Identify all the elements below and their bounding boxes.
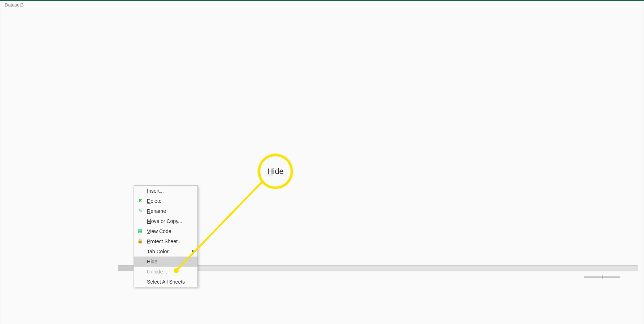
comma-icon[interactable]: , <box>288 43 296 51</box>
cell[interactable]: 311 <box>192 231 237 239</box>
cell[interactable]: 2013 <box>56 215 101 223</box>
cell-styles-button[interactable]: ▧Cell Styles <box>386 29 401 53</box>
cell[interactable]: 87.52% <box>372 123 417 131</box>
align-top-icon[interactable]: ⬒ <box>160 32 168 40</box>
sheet-nav-next-icon[interactable]: ▶ <box>6 265 10 271</box>
cell[interactable] <box>553 115 600 123</box>
close-icon[interactable]: ✕ <box>625 4 641 9</box>
cell[interactable]: 311 <box>282 231 327 239</box>
cell[interactable] <box>462 181 508 189</box>
cell[interactable]: 483 <box>192 206 237 214</box>
cell[interactable]: /2017/12/top-1 <box>11 173 56 181</box>
tab-pdfelement[interactable]: PDFelement <box>291 14 331 25</box>
row-header[interactable]: 22 <box>0 256 11 264</box>
cell[interactable]: 2838 <box>147 115 192 123</box>
cell[interactable]: 544 <box>192 190 237 198</box>
cell[interactable]: 419.10 <box>237 115 282 123</box>
cell[interactable]: 2011 <box>56 132 101 140</box>
row-header[interactable]: 12 <box>0 173 11 181</box>
row-header[interactable]: 18 <box>0 223 11 231</box>
border-button[interactable]: ▦▾ <box>100 43 108 51</box>
context-menu-item[interactable]: 🔒Protect Sheet... <box>134 236 197 246</box>
cell[interactable]: 89.91% <box>327 148 372 156</box>
cell[interactable]: 2018 <box>56 181 101 189</box>
cell[interactable] <box>553 198 600 206</box>
cell[interactable]: 2016 <box>56 240 101 248</box>
decrease-decimal-icon[interactable]: ←.0 <box>309 43 317 51</box>
qat-icon[interactable]: ▥ <box>93 3 100 10</box>
cell[interactable] <box>462 98 508 106</box>
currency-icon[interactable]: $▾ <box>268 43 276 51</box>
cell[interactable]: /2017/11/cia-co <box>11 198 56 206</box>
fill-button[interactable]: ▾Fill <box>465 38 497 44</box>
column-header[interactable]: B <box>56 74 101 82</box>
cell[interactable] <box>147 157 192 165</box>
cell[interactable]: 87.50% <box>372 215 417 223</box>
cell[interactable]: 1539 <box>147 132 192 140</box>
cell[interactable]: 310.60 <box>237 248 282 256</box>
cell[interactable] <box>101 107 147 115</box>
cell[interactable] <box>462 123 508 131</box>
save-icon[interactable]: 💾 <box>39 3 46 10</box>
cell[interactable]: 172.20 <box>237 256 282 264</box>
cell[interactable]: / <box>11 107 56 115</box>
cell[interactable] <box>462 148 508 156</box>
cell[interactable]: /2010/10/doub <box>11 123 56 131</box>
row-header[interactable]: 3 <box>0 98 11 106</box>
cell[interactable] <box>462 165 508 173</box>
cell[interactable]: 86.62% <box>327 98 372 106</box>
copy-button[interactable]: 🗐Copy ▾ <box>20 38 61 44</box>
sheet-tab[interactable]: Report <box>12 264 36 272</box>
align-center-icon[interactable]: ≣ <box>169 42 177 50</box>
cell[interactable]: /2012/10/food <box>11 256 56 264</box>
tab-insert[interactable]: Insert <box>44 14 68 25</box>
tab-home[interactable]: Home <box>19 14 44 25</box>
cell[interactable]: 0.00 <box>417 115 462 123</box>
cell[interactable]: Avg. Time on Page <box>237 82 282 90</box>
maximize-icon[interactable]: ◻ <box>604 4 620 9</box>
align-left-icon[interactable]: ≡ <box>160 42 168 50</box>
context-menu-item[interactable]: ✎Rename <box>134 206 197 216</box>
cell[interactable]: 90.33% <box>327 198 372 206</box>
cell[interactable]: 0.00 <box>417 248 462 256</box>
cell[interactable] <box>553 148 600 156</box>
comments-button[interactable]: 💬 Comments <box>605 15 644 25</box>
tab-formulas[interactable]: Formulas <box>131 14 164 25</box>
cell[interactable]: 2018 <box>56 223 101 231</box>
bold-button[interactable]: B <box>71 43 79 51</box>
cell[interactable]: 295 <box>282 256 327 264</box>
indent-increase-icon[interactable]: ⇥ <box>197 42 205 50</box>
cell[interactable] <box>462 140 508 148</box>
cell[interactable] <box>553 98 600 106</box>
cell[interactable]: /2012/05/the-r <box>11 98 56 106</box>
row-header[interactable]: 21 <box>0 248 11 256</box>
cell[interactable]: 1206 <box>147 140 192 148</box>
cell[interactable]: 274.44 <box>237 90 282 98</box>
column-header[interactable]: F <box>237 74 282 82</box>
cell[interactable]: 1048 <box>192 140 237 148</box>
cell[interactable] <box>508 240 553 248</box>
tab-data[interactable]: Data <box>164 14 185 25</box>
cell[interactable]: Page <box>11 82 56 90</box>
zoom-in-icon[interactable]: + <box>623 275 626 280</box>
cell[interactable] <box>508 231 553 239</box>
cell[interactable]: /2013/05/the-r <box>11 190 56 198</box>
view-normal-icon[interactable]: ▦ <box>548 275 552 280</box>
cell[interactable] <box>462 248 508 256</box>
cell[interactable]: 2017 <box>56 198 101 206</box>
cell[interactable] <box>462 115 508 123</box>
cell[interactable]: 10 <box>101 115 147 123</box>
cell[interactable]: /2018/05/cern- <box>11 223 56 231</box>
qat-icon[interactable]: ▦ <box>82 3 89 10</box>
column-header[interactable]: L <box>508 74 553 82</box>
row-header[interactable]: 1 <box>0 82 11 90</box>
cell[interactable] <box>462 82 508 90</box>
cell[interactable] <box>462 231 508 239</box>
column-header[interactable]: M <box>553 74 600 82</box>
cell[interactable]: /2015/10/the-l <box>11 115 56 123</box>
cell[interactable]: 165.97 <box>237 231 282 239</box>
cell[interactable]: 0.00 <box>417 223 462 231</box>
row-header[interactable]: 8 <box>0 140 11 148</box>
cell[interactable]: /2016/01/lates <box>11 240 56 248</box>
cell[interactable]: % Exit <box>372 82 417 90</box>
